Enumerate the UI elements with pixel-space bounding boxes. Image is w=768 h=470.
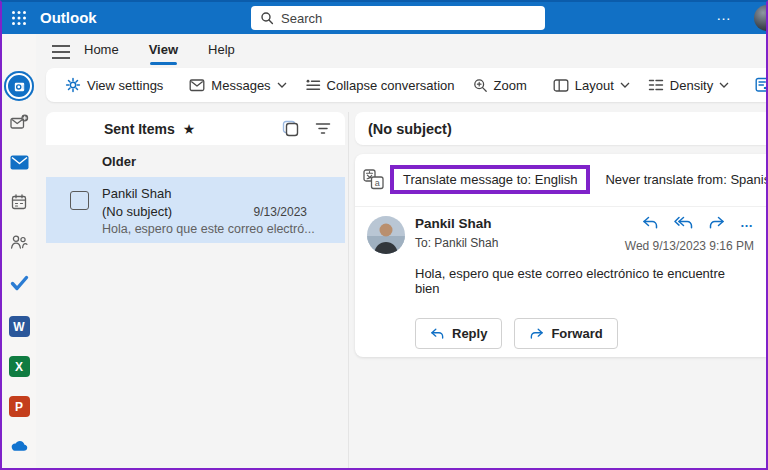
density-dropdown[interactable]: Density xyxy=(639,72,738,98)
mail-item-subject: (No subject) xyxy=(102,204,172,219)
favorite-star-icon[interactable]: ★ xyxy=(183,121,196,137)
message-timestamp: Wed 9/13/2023 9:16 PM xyxy=(625,239,754,253)
people-icon xyxy=(10,234,28,250)
message-subject: (No subject) xyxy=(368,121,452,137)
sidebar-item-todo[interactable] xyxy=(2,275,36,291)
zoom-button[interactable]: Zoom xyxy=(464,72,536,98)
sidebar-item-mail[interactable] xyxy=(2,155,36,170)
zoom-icon xyxy=(473,78,488,93)
nav-toggle-icon[interactable] xyxy=(52,45,70,59)
calendar-icon xyxy=(10,193,28,211)
tab-view[interactable]: View xyxy=(149,42,178,65)
outlook-app-icon xyxy=(4,71,34,101)
tab-help[interactable]: Help xyxy=(208,42,235,65)
messages-dropdown[interactable]: Messages xyxy=(180,72,295,98)
reply-button[interactable]: Reply xyxy=(415,318,502,349)
sidebar-item-people[interactable] xyxy=(2,234,36,250)
sidebar-item-word[interactable]: W xyxy=(2,316,36,337)
reading-pane-subject: (No subject) xyxy=(355,112,766,145)
message-actions-icons: … xyxy=(642,216,754,230)
message-action-buttons: Reply Forward xyxy=(415,318,618,349)
folder-title: Sent Items xyxy=(104,121,175,137)
translate-icon: a xyxy=(363,169,384,190)
translate-message-button[interactable]: Translate message to: English xyxy=(390,165,590,194)
message-to-line[interactable]: To: Pankil Shah xyxy=(415,236,498,250)
message-body: Hola, espero que este correo electrónico… xyxy=(415,266,750,296)
gear-icon xyxy=(65,77,81,93)
message-more-button[interactable]: … xyxy=(740,216,754,230)
message-card: a Translate message to: English Never tr… xyxy=(355,154,766,357)
mail-list-item[interactable]: Pankil Shah (No subject) 9/13/2023 Hola,… xyxy=(46,177,345,243)
collapse-conversation-button[interactable]: Collapse conversation xyxy=(296,72,464,98)
excel-icon: X xyxy=(9,356,30,377)
immersive-reader-button[interactable] xyxy=(746,72,768,98)
collapse-conversation-icon xyxy=(305,77,321,93)
forward-icon[interactable] xyxy=(708,216,725,230)
account-avatar[interactable] xyxy=(754,5,768,31)
reply-all-icon[interactable] xyxy=(674,216,693,230)
app-rail: W X P xyxy=(2,34,36,468)
view-settings-button[interactable]: View settings xyxy=(56,72,172,98)
onedrive-icon xyxy=(8,438,30,453)
layout-icon xyxy=(553,78,569,93)
outlook-window: Outlook Search … xyxy=(0,0,768,470)
reply-icon xyxy=(430,328,445,340)
reply-icon[interactable] xyxy=(642,216,659,230)
never-translate-button[interactable]: Never translate from: Spanish xyxy=(605,172,768,187)
message-sender[interactable]: Pankil Shah xyxy=(415,216,492,231)
word-icon: W xyxy=(9,316,30,337)
chevron-down-icon xyxy=(277,82,287,88)
sidebar-item-onedrive[interactable] xyxy=(2,438,36,453)
app-launcher-icon[interactable] xyxy=(11,10,27,26)
immersive-reader-icon xyxy=(755,77,768,93)
mail-item-date: 9/13/2023 xyxy=(254,205,307,219)
chevron-down-icon xyxy=(620,82,630,88)
mail-item-sender: Pankil Shah xyxy=(102,186,171,201)
mail-item-preview: Hola, espero que este correo electró... xyxy=(102,222,315,236)
translate-bar: a Translate message to: English Never tr… xyxy=(363,163,758,195)
mail-item-checkbox[interactable] xyxy=(70,191,89,210)
topbar-more-button[interactable]: … xyxy=(716,2,732,32)
sidebar-item-excel[interactable]: X xyxy=(2,356,36,377)
sidebar-item-calendar[interactable] xyxy=(2,193,36,211)
app-title: Outlook xyxy=(40,2,97,34)
powerpoint-icon: P xyxy=(9,396,30,417)
app-top-bar: Outlook Search … xyxy=(2,2,766,34)
mail-icon xyxy=(10,155,29,170)
forward-button[interactable]: Forward xyxy=(514,318,617,349)
sidebar-item-outlook[interactable] xyxy=(2,71,36,101)
mail-group-header[interactable]: Older xyxy=(46,145,345,177)
sender-avatar[interactable] xyxy=(367,216,405,254)
envelope-icon xyxy=(189,78,205,92)
select-messages-icon[interactable] xyxy=(282,120,299,137)
view-toolbar: View settings Messages Collapse conversa… xyxy=(46,68,766,102)
svg-text:a: a xyxy=(375,178,380,188)
layout-dropdown[interactable]: Layout xyxy=(544,72,639,98)
tab-home[interactable]: Home xyxy=(84,42,119,65)
sidebar-item-new-message[interactable] xyxy=(2,114,36,131)
chevron-down-icon xyxy=(719,82,729,88)
search-icon xyxy=(260,11,274,25)
sidebar-item-powerpoint[interactable]: P xyxy=(2,396,36,417)
pane-divider xyxy=(348,112,349,468)
search-input[interactable]: Search xyxy=(251,6,545,30)
message-divider xyxy=(355,206,766,207)
new-message-icon xyxy=(10,114,29,131)
search-placeholder: Search xyxy=(281,11,322,26)
ribbon-tabs: Home View Help xyxy=(84,42,235,65)
todo-check-icon xyxy=(10,275,29,291)
forward-icon xyxy=(529,328,544,340)
density-icon xyxy=(648,78,664,92)
mail-list-header: Sent Items ★ xyxy=(46,112,345,145)
filter-icon[interactable] xyxy=(315,122,331,135)
